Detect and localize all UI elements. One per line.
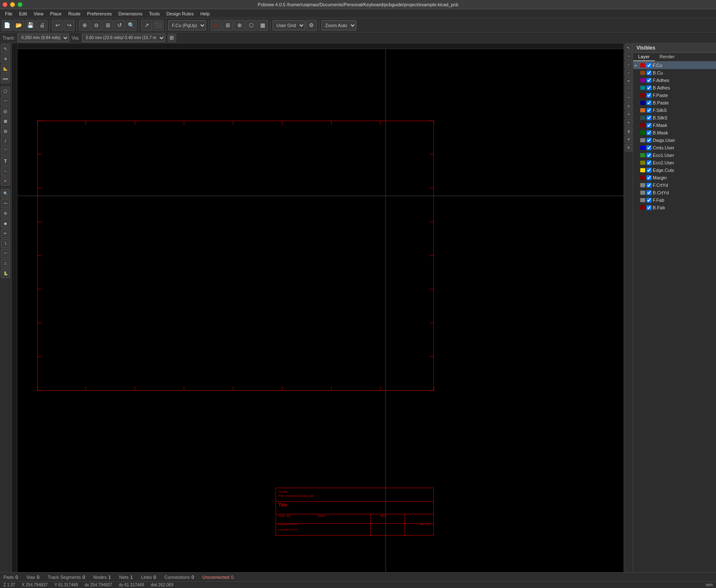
menu-dimensions[interactable]: Dimensions: [115, 10, 146, 17]
redo-button[interactable]: ↪: [64, 20, 75, 31]
menu-help[interactable]: Help: [197, 10, 213, 17]
layer-item-dwgs-user[interactable]: Dwgs.User: [633, 136, 716, 144]
add-keepout-tool[interactable]: ▤: [1, 127, 10, 136]
layer-visibility-checkbox[interactable]: [646, 145, 651, 150]
no-connect-tool[interactable]: ✕: [625, 119, 632, 127]
layer-visibility-checkbox[interactable]: [646, 205, 651, 210]
layer-item-b-silks[interactable]: B.SilkS: [633, 114, 716, 122]
zoom-tool2[interactable]: ◎: [625, 102, 632, 110]
layer-item-b-fab[interactable]: B.Fab: [633, 204, 716, 211]
pad-button[interactable]: ⬛: [153, 20, 164, 31]
via-dropdown[interactable]: 0.60 mm (23.6 mils)/ 0.40 mm (15.7 mils): [82, 34, 165, 42]
grid2-tool[interactable]: ⊞: [625, 144, 632, 151]
layer-item-f-crtyd[interactable]: F.CrtYd: [633, 181, 716, 189]
new-button[interactable]: 📄: [2, 20, 12, 31]
layer-item-f-fab[interactable]: F.Fab: [633, 196, 716, 204]
track-dropdown[interactable]: 0.250 mm (9.84 mils): [17, 34, 69, 42]
arc-tool[interactable]: ⌒: [625, 86, 632, 93]
edit-tool[interactable]: ✏: [1, 229, 10, 238]
layer-visibility-checkbox[interactable]: [646, 108, 651, 113]
layer-visibility-checkbox[interactable]: [646, 160, 651, 165]
mm-tool[interactable]: mm: [1, 74, 10, 83]
delete-tool[interactable]: ✕: [1, 176, 10, 186]
layer-visibility-checkbox[interactable]: [646, 183, 651, 188]
zoom-redraw-button[interactable]: ↺: [114, 20, 125, 31]
grid-icon[interactable]: ⊞: [168, 34, 176, 42]
grid-settings-button[interactable]: ⚙: [306, 20, 317, 31]
layer-visibility-checkbox[interactable]: [646, 190, 651, 195]
tab-layer[interactable]: Layer: [633, 53, 655, 61]
layer-visibility-checkbox[interactable]: [646, 153, 651, 158]
layer-item-b-cu[interactable]: B.Cu: [633, 69, 716, 77]
layer-item-f-mask[interactable]: F.Mask: [633, 122, 716, 129]
layer-visibility-checkbox[interactable]: [646, 78, 651, 83]
layer-visibility-checkbox[interactable]: [646, 115, 651, 120]
layer-item-b-paste[interactable]: B.Paste: [633, 99, 716, 107]
layer-visibility-checkbox[interactable]: [646, 85, 651, 90]
menu-view[interactable]: View: [30, 10, 47, 17]
layer-item-f-adhes[interactable]: F.Adhes: [633, 77, 716, 84]
microwave2-tool[interactable]: 〜: [625, 94, 632, 102]
layer-item-edge-cuts[interactable]: Edge.Cuts: [633, 166, 716, 174]
maximize-button[interactable]: [17, 2, 22, 7]
zoom-tool[interactable]: 🔍: [1, 189, 10, 198]
zoom-fit-button[interactable]: ⊞: [102, 20, 113, 31]
microwave-tool[interactable]: 〜: [1, 199, 10, 208]
layer-item-eco2-user[interactable]: Eco2.User: [633, 159, 716, 166]
menu-design-rules[interactable]: Design Rules: [163, 10, 197, 17]
layer-item-f-silks[interactable]: F.SilkS: [633, 107, 716, 114]
add-arc-tool[interactable]: ⌒: [1, 146, 10, 156]
net-inspector-button[interactable]: ↗: [141, 20, 152, 31]
cursor-select-tool[interactable]: ↖: [625, 44, 632, 52]
find-button[interactable]: 🔍: [126, 20, 137, 31]
layer-item-b-crtyd[interactable]: B.CrtYd: [633, 189, 716, 196]
add-zone-tool[interactable]: ▦: [1, 117, 10, 126]
polar-button[interactable]: ⊕: [234, 20, 245, 31]
layer-item-eco1-user[interactable]: Eco1.User: [633, 151, 716, 159]
push-tool[interactable]: ⤵: [1, 239, 10, 248]
add-via-tool[interactable]: ◎: [1, 107, 10, 116]
menu-preferences[interactable]: Preferences: [84, 10, 115, 17]
layer-item-margin[interactable]: Margin: [633, 174, 716, 181]
layer-item-b-mask[interactable]: B.Mask: [633, 129, 716, 136]
tab-render[interactable]: Render: [655, 53, 680, 61]
save-button[interactable]: 💾: [25, 20, 36, 31]
grid-tool[interactable]: ⊞: [1, 54, 10, 63]
measure-tool[interactable]: 📐: [1, 64, 10, 73]
grid-dropdown[interactable]: User Grid: [273, 20, 305, 30]
layer-dropdown[interactable]: F.Cu (PgUp): [168, 20, 206, 30]
layer-visibility-checkbox[interactable]: [646, 93, 651, 98]
zoom-in-button[interactable]: ⊕: [79, 20, 90, 31]
layer-visibility-checkbox[interactable]: [646, 63, 651, 68]
menu-edit[interactable]: Edit: [16, 10, 30, 17]
undo-button[interactable]: ↩: [52, 20, 63, 31]
minimize-button[interactable]: [10, 2, 15, 7]
layer-visibility-checkbox[interactable]: [646, 168, 651, 173]
tune-single-tool[interactable]: ≈: [625, 69, 632, 77]
menu-file[interactable]: File: [2, 10, 16, 17]
layer-item-cmts-user[interactable]: Cmts.User: [633, 144, 716, 151]
add-module-tool[interactable]: ⬡: [1, 87, 10, 96]
layer-item-f-cu[interactable]: ▶F.Cu: [633, 62, 716, 69]
canvas-area[interactable]: Sheet: File: example.kicad_pcb Title: Si…: [12, 43, 624, 572]
zones-button[interactable]: ▦: [257, 20, 268, 31]
delete2-tool[interactable]: 🗑: [625, 127, 632, 135]
layer-visibility-checkbox[interactable]: [646, 123, 651, 128]
layer-visibility-checkbox[interactable]: [646, 100, 651, 105]
highlight-net-tool[interactable]: ◉: [1, 219, 10, 228]
print-button[interactable]: 🖨: [37, 20, 47, 31]
ratsnest-button[interactable]: ⬡: [246, 20, 256, 31]
open-button[interactable]: 📂: [13, 20, 24, 31]
layer-visibility-checkbox[interactable]: [646, 138, 651, 143]
add-text-tool[interactable]: T: [1, 156, 10, 166]
layer-visibility-checkbox[interactable]: [646, 70, 651, 75]
add-dimension-tool[interactable]: ↔: [1, 166, 10, 176]
grid-button[interactable]: ⊞: [222, 20, 233, 31]
drc-button[interactable]: ⚠: [211, 20, 221, 31]
close-button[interactable]: [2, 2, 7, 7]
route-single-tool[interactable]: 〰: [625, 52, 632, 60]
layer-item-f-paste[interactable]: F.Paste: [633, 92, 716, 99]
route-track-tool[interactable]: 〰: [1, 97, 10, 106]
layer-visibility-checkbox[interactable]: [646, 130, 651, 135]
menu-route[interactable]: Route: [65, 10, 84, 17]
